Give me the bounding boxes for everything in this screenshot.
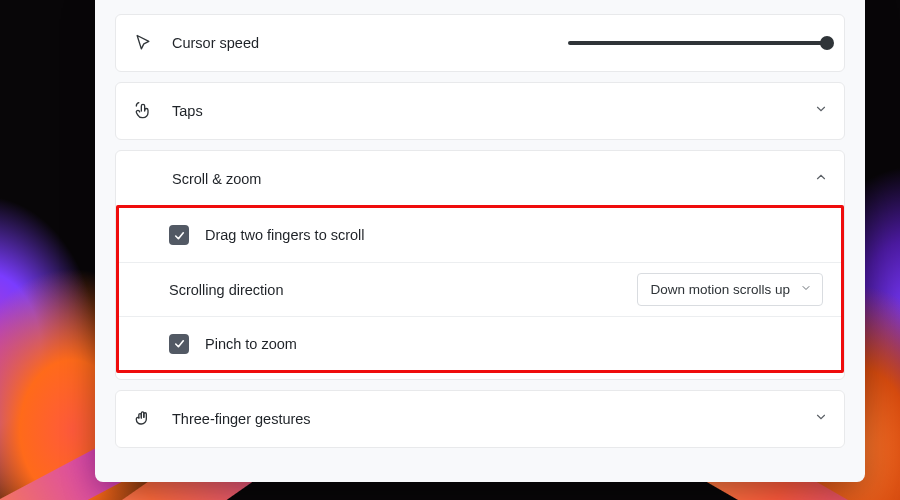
scrolling-direction-row: Scrolling direction Down motion scrolls … (119, 262, 841, 316)
scrolling-direction-label: Scrolling direction (169, 282, 621, 298)
blank-icon (132, 168, 154, 190)
pinch-to-zoom-row: Pinch to zoom (119, 316, 841, 370)
scroll-zoom-header[interactable]: Scroll & zoom (116, 151, 844, 207)
tap-icon (132, 100, 154, 122)
highlight-box: Drag two fingers to scroll Scrolling dir… (116, 205, 844, 373)
drag-two-fingers-label: Drag two fingers to scroll (205, 227, 823, 243)
taps-label: Taps (172, 103, 796, 119)
drag-two-fingers-row: Drag two fingers to scroll (119, 208, 841, 262)
pinch-to-zoom-checkbox[interactable] (169, 334, 189, 354)
three-finger-label: Three-finger gestures (172, 411, 796, 427)
taps-card[interactable]: Taps (115, 82, 845, 140)
chevron-down-icon (800, 282, 812, 297)
chevron-down-icon (814, 410, 828, 428)
slider-thumb[interactable] (820, 36, 834, 50)
scrolling-direction-value: Down motion scrolls up (650, 282, 790, 297)
pinch-to-zoom-label: Pinch to zoom (205, 336, 823, 352)
scroll-zoom-label: Scroll & zoom (172, 171, 796, 187)
cursor-speed-card: Cursor speed (115, 14, 845, 72)
chevron-up-icon (814, 170, 828, 188)
scroll-zoom-card: Scroll & zoom Drag two fingers to scroll… (115, 150, 845, 380)
scrolling-direction-select[interactable]: Down motion scrolls up (637, 273, 823, 306)
cursor-icon (132, 32, 154, 54)
chevron-down-icon (814, 102, 828, 120)
three-finger-card[interactable]: Three-finger gestures (115, 390, 845, 448)
cursor-speed-label: Cursor speed (172, 35, 550, 51)
three-finger-icon (132, 408, 154, 430)
cursor-speed-slider[interactable] (568, 41, 828, 45)
drag-two-fingers-checkbox[interactable] (169, 225, 189, 245)
settings-panel: Cursor speed Taps Scroll & zoom (95, 0, 865, 482)
